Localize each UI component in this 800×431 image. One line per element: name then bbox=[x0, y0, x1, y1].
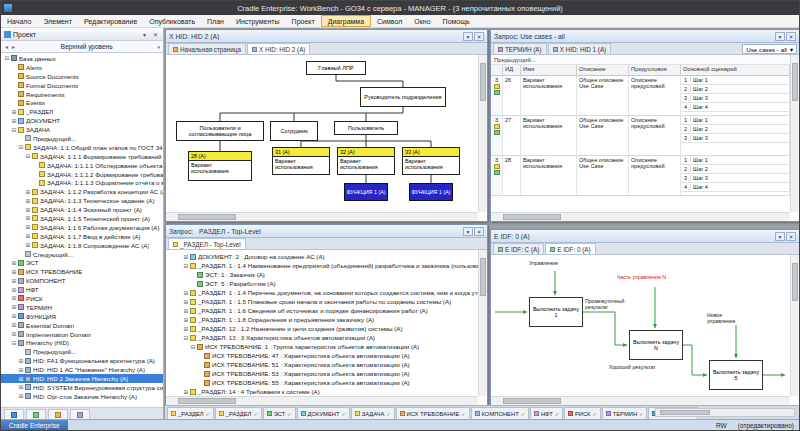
project-tree-item[interactable]: ⊞ _РАЗДЕЛ bbox=[1, 107, 163, 116]
project-tree-item[interactable]: ЗАДАЧА: 1:1.1.1 Обследование объекта и о… bbox=[1, 161, 163, 170]
tree-expander-icon[interactable]: ⊟ bbox=[3, 55, 11, 61]
org-box-employee[interactable]: Сотрудник bbox=[270, 121, 318, 141]
usecase-window-titlebar[interactable]: Запрос: Use cases - all ▾ ✕ bbox=[491, 30, 799, 43]
tree-expander-icon[interactable]: ⊟ bbox=[10, 340, 18, 346]
tree-expander-icon[interactable]: ⊞ bbox=[17, 376, 25, 382]
horizontal-scrollbar[interactable] bbox=[166, 212, 478, 221]
project-tree-item[interactable]: ⊟ Hierarchy (HID) bbox=[1, 339, 163, 348]
task-box-n[interactable]: Выполнить задачу N bbox=[629, 330, 683, 360]
project-tree-item[interactable]: ⊞ ТЕРМИН bbox=[1, 303, 163, 312]
project-tree-item[interactable]: ⊞ ЗАДАЧА: 1:1.4 Эскизный проект (A) bbox=[1, 205, 163, 214]
section-tree-item[interactable]: ЭСТ: 1 : Заказчик (A) bbox=[180, 270, 478, 279]
project-tree-item[interactable]: ⊟ ЗАДАЧА bbox=[1, 125, 163, 134]
project-tree-item[interactable]: ⊞ HID: FA1 Функциональная архитектура (A… bbox=[1, 356, 163, 365]
column-header-description[interactable]: Описание bbox=[577, 65, 629, 75]
tree-expander-icon[interactable]: ⊞ bbox=[24, 215, 32, 221]
section-tree-item[interactable]: ⊟ ИСХ ТРЕБОВАНИЕ: 1 : Группа характерист… bbox=[180, 342, 478, 351]
org-box-chief[interactable]: Главный ЛПР bbox=[306, 61, 366, 75]
menu-item[interactable]: Окно bbox=[408, 15, 436, 27]
element-type-tab[interactable]: ТЕРМИН ✓ bbox=[602, 407, 648, 419]
window-menu-icon[interactable]: ▾ bbox=[775, 32, 785, 41]
usecase-symbol-28[interactable]: 28 (A) Вариант использования bbox=[188, 151, 252, 181]
tree-expander-icon[interactable]: ⊟ bbox=[24, 153, 32, 159]
section-window-titlebar[interactable]: Запрос: _РАЗДЕЛ - Top-Level ▾ ✕ bbox=[166, 225, 487, 238]
menu-item[interactable]: Инструменты bbox=[230, 15, 286, 27]
tree-expander-icon[interactable]: ⊟ bbox=[17, 144, 25, 150]
tree-expander-icon[interactable]: ⊞ bbox=[17, 384, 25, 390]
window-menu-icon[interactable]: ▾ bbox=[775, 232, 785, 241]
project-tree-item[interactable]: ⊞ ЭСТ bbox=[1, 258, 163, 267]
scrollbar-thumb[interactable] bbox=[178, 214, 236, 220]
project-tree-item[interactable]: ⊞ ЗАДАЧА: 1:1.6 Рабочая документация (A) bbox=[1, 223, 163, 232]
menu-item[interactable]: Проект bbox=[286, 15, 321, 27]
menu-item[interactable]: Диаграмма bbox=[321, 15, 371, 27]
project-tree-item[interactable]: ⊞ ЗАДАЧА: 1:1.7 Ввод в действие (A) bbox=[1, 232, 163, 241]
column-header-name[interactable]: Имя bbox=[521, 65, 577, 75]
org-chart-canvas[interactable]: Главный ЛПР Руководитель подразделения П… bbox=[166, 55, 478, 212]
usecase-symbol-32[interactable]: 32 (A) Вариант использования bbox=[337, 147, 395, 175]
tree-expander-icon[interactable]: ⊞ bbox=[182, 389, 190, 395]
tree-expander-icon[interactable]: ⊞ bbox=[24, 233, 32, 239]
section-tree-item[interactable]: ⊞ _РАЗДЕЛ: 14 : 4 Требования к системе (… bbox=[180, 387, 478, 396]
idef-canvas[interactable]: Управление Часть управления N Выполнить … bbox=[491, 255, 790, 396]
project-tree-item[interactable]: ⊞ ФУНКЦИЯ bbox=[1, 312, 163, 321]
project-tree-item[interactable]: ⊟ ЗАДАЧА: 1:1.1 Формирование требований … bbox=[1, 152, 163, 161]
usecase-table-row[interactable]: 3 27 Вариант использования Общее описани… bbox=[491, 116, 790, 156]
element-type-tab[interactable]: РИСК ✓ bbox=[564, 407, 601, 419]
section-tree-item[interactable]: ⊞ _РАЗДЕЛ: 1 : 1.5 Плановые сроки начала… bbox=[180, 297, 478, 306]
tree-expander-icon[interactable]: ⊞ bbox=[182, 290, 190, 296]
title-bar[interactable]: Cradle Enterprise: WorkBench - GO34 с се… bbox=[1, 1, 799, 15]
org-box-user[interactable]: Пользователь bbox=[334, 121, 398, 135]
tree-expander-icon[interactable]: ⊞ bbox=[24, 224, 32, 230]
element-type-tab[interactable]: ИСХ ТРЕБОВАНИЕ ✓ bbox=[396, 407, 470, 419]
project-tree-item[interactable]: ⊞ HID: Орг-сток Заказчик Hierarchy (A) bbox=[1, 392, 163, 401]
query-selector[interactable]: Use cases - all ▾ bbox=[742, 44, 797, 54]
element-type-tab[interactable]: ДОКУМЕНТ ✓ bbox=[297, 407, 350, 419]
document-tab[interactable]: E IDF: C (A) bbox=[493, 243, 544, 254]
project-tree-item[interactable]: ⊞ HID: HID 1 АС "Название" Hierarchy (A) bbox=[1, 365, 163, 374]
scope-back-icon[interactable]: ◄ bbox=[4, 44, 9, 50]
usecase-table-row[interactable]: 3 26 Вариант использования Общее описани… bbox=[491, 76, 790, 116]
tree-expander-icon[interactable]: ⊞ bbox=[17, 367, 25, 373]
tree-expander-icon[interactable]: ⊟ bbox=[10, 127, 18, 133]
scrollbar-thumb[interactable] bbox=[178, 398, 236, 404]
scrollbar-thumb[interactable] bbox=[480, 258, 486, 296]
element-type-tab[interactable]: _РАЗДЕЛ ✓ bbox=[215, 407, 262, 419]
tree-expander-icon[interactable]: ⊞ bbox=[24, 189, 32, 195]
project-tree-item[interactable]: Предыдущий... bbox=[1, 347, 163, 356]
org-box-manager[interactable]: Руководитель подразделения bbox=[360, 87, 446, 107]
element-type-tab[interactable]: ЗАДАЧА ✓ bbox=[351, 407, 395, 419]
scope-selector[interactable]: Верхний уровень bbox=[18, 43, 156, 50]
document-tab[interactable]: E IDF: 0 (A) bbox=[545, 243, 595, 254]
section-tree-item[interactable]: ⊞ _РАЗДЕЛ: 1 : 1.6 Сведения об источника… bbox=[180, 306, 478, 315]
tree-expander-icon[interactable]: ⊞ bbox=[24, 198, 32, 204]
section-tree-item[interactable]: ЭСТ: 5 : Разработчик (A) bbox=[180, 279, 478, 288]
vertical-scrollbar[interactable] bbox=[790, 55, 799, 212]
scrollbar-thumb[interactable] bbox=[503, 214, 561, 220]
project-tree-item[interactable]: ⊞ Implementation Domain bbox=[1, 330, 163, 339]
window-close-icon[interactable]: ✕ bbox=[474, 227, 484, 236]
project-tree-item[interactable]: ЗАДАЧА: 1:1.1.2 Формирование требований … bbox=[1, 170, 163, 179]
project-tree-item[interactable]: ⊞ ЗАДАЧА: 1:1.5 Технический проект (A) bbox=[1, 214, 163, 223]
usecase-symbol-33[interactable]: 33 (A) Вариант использования bbox=[402, 147, 460, 175]
task-box-1[interactable]: Выполнить задачу 1 bbox=[529, 297, 583, 327]
function-symbol[interactable]: ФУНКЦИЯ 1 (A) bbox=[409, 183, 453, 201]
tree-expander-icon[interactable]: ⊞ bbox=[182, 299, 190, 305]
scrollbar-thumb[interactable] bbox=[480, 63, 486, 101]
section-tree-item[interactable]: ИСХ ТРЕБОВАНИЕ: 47 : Характеристика объе… bbox=[180, 351, 478, 360]
horizontal-scrollbar[interactable] bbox=[166, 396, 478, 405]
vertical-scrollbar[interactable] bbox=[790, 255, 799, 396]
vertical-scrollbar[interactable] bbox=[478, 55, 487, 212]
project-tree-item[interactable]: ⊞ ЗАДАЧА: 1:1.2 Разработка концепции АС … bbox=[1, 187, 163, 196]
panel-tab-search[interactable] bbox=[26, 409, 46, 419]
section-tree-item[interactable]: ⊞ _РАЗДЕЛ: 12 : 1.2 Назначение и цели со… bbox=[180, 324, 478, 333]
project-tree-item[interactable]: Следующий... bbox=[1, 250, 163, 259]
project-tree-item[interactable]: Source Documents bbox=[1, 72, 163, 81]
tree-expander-icon[interactable]: ⊟ bbox=[182, 263, 190, 269]
section-tree-item[interactable]: ⊟ _РАЗДЕЛ: 1 : 1.4 Наименование предприя… bbox=[180, 261, 478, 270]
window-menu-icon[interactable]: ▾ bbox=[463, 227, 473, 236]
panel-tab-favorites[interactable] bbox=[48, 409, 68, 419]
section-tree-item[interactable]: ИСХ ТРЕБОВАНИЕ: 55 : Характеристика объе… bbox=[180, 378, 478, 387]
menu-item[interactable]: Начало bbox=[1, 15, 37, 27]
scrollbar-thumb[interactable] bbox=[503, 398, 561, 404]
